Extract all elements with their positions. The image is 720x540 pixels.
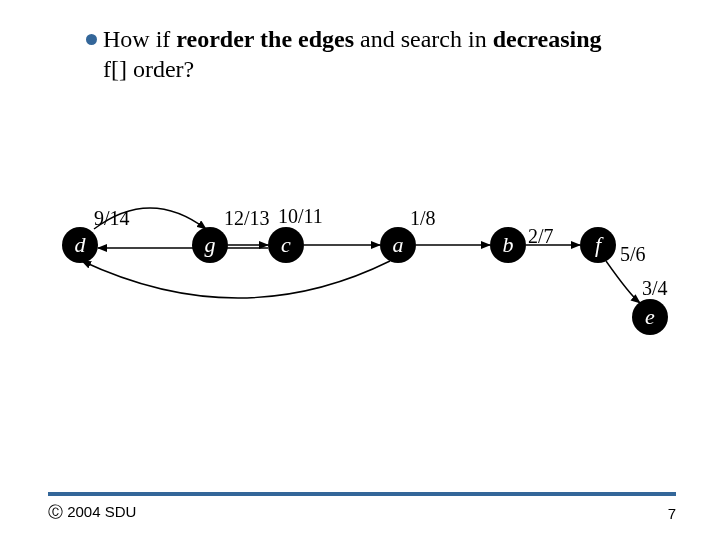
node-f: f xyxy=(580,227,616,263)
graph-diagram: d 9/14 g 12/13 c 10/11 a 1/8 b 2/7 f 5/6… xyxy=(50,195,690,365)
node-b: b xyxy=(490,227,526,263)
node-d-label: d xyxy=(75,232,86,258)
time-c: 10/11 xyxy=(278,205,323,228)
node-a-label: a xyxy=(393,232,404,258)
time-f: 5/6 xyxy=(620,243,646,266)
node-b-label: b xyxy=(503,232,514,258)
bullet-icon xyxy=(86,34,97,45)
question-line: How if reorder the edges and search in d… xyxy=(86,24,603,84)
time-e: 3/4 xyxy=(642,277,668,300)
node-a: a xyxy=(380,227,416,263)
node-g-label: g xyxy=(205,232,216,258)
question-text: How if reorder the edges and search in d… xyxy=(103,24,603,84)
q-suffix: f[] order? xyxy=(103,56,194,82)
q-mid: and search in xyxy=(354,26,493,52)
graph-edges-svg xyxy=(50,195,690,365)
time-d: 9/14 xyxy=(94,207,130,230)
time-a: 1/8 xyxy=(410,207,436,230)
node-f-label: f xyxy=(595,232,601,258)
node-c-label: c xyxy=(281,232,291,258)
footer-copyright: Ⓒ 2004 SDU xyxy=(48,503,136,522)
footer-page-number: 7 xyxy=(668,505,676,522)
time-b: 2/7 xyxy=(528,225,554,248)
q-bold2: decreasing xyxy=(493,26,602,52)
q-prefix: How if xyxy=(103,26,176,52)
node-e-label: e xyxy=(645,304,655,330)
node-d: d xyxy=(62,227,98,263)
node-g: g xyxy=(192,227,228,263)
node-c: c xyxy=(268,227,304,263)
node-e: e xyxy=(632,299,668,335)
footer-divider xyxy=(48,492,676,496)
time-g: 12/13 xyxy=(224,207,270,230)
q-bold1: reorder the edges xyxy=(176,26,354,52)
